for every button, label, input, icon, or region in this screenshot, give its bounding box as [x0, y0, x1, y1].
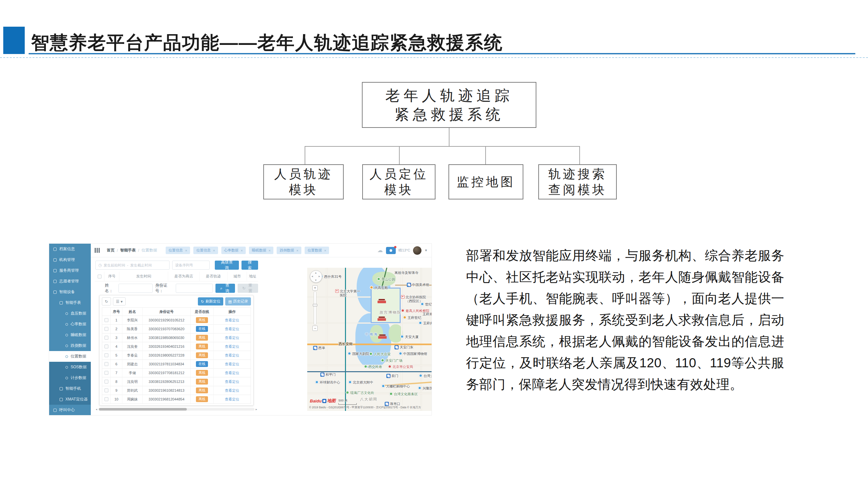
sidebar-item[interactable]: 血压数据	[49, 308, 91, 319]
zoom-track[interactable]	[314, 291, 316, 325]
view-location-link[interactable]: 查看定位	[225, 344, 239, 349]
view-location-link[interactable]: 查看定位	[225, 388, 239, 393]
view-location-link[interactable]: 查看定位	[225, 335, 239, 340]
select-all-checkbox[interactable]	[102, 308, 111, 316]
breadcrumb-home[interactable]: 首页	[107, 248, 115, 253]
name-input[interactable]	[119, 284, 153, 293]
view-location-link[interactable]: 查看定位	[225, 353, 239, 358]
tab-close-icon[interactable]: ×	[241, 249, 243, 253]
pan-down-icon[interactable]: ▾	[315, 279, 317, 282]
sidebar-item[interactable]: 位置数据	[49, 351, 91, 362]
map-poi-icon	[346, 391, 349, 394]
view-location-link[interactable]: 查看定位	[225, 327, 239, 331]
scrollbar-track[interactable]	[98, 408, 255, 411]
org-chart-root-box: 老年人轨迹追踪 紧急救援系统	[362, 82, 536, 128]
tab-跌倒数据[interactable]: 跌倒数据×	[277, 247, 301, 254]
zoom-in-button[interactable]: +	[312, 285, 318, 291]
date-end-placeholder: 发生截止时间	[130, 263, 152, 268]
date-range-input[interactable]: ◷ 发生起始时间 - 发生截止时间	[95, 261, 169, 270]
row-checkbox[interactable]	[104, 318, 108, 322]
map-poi-label: 八大胡同	[360, 397, 377, 401]
row-checkbox[interactable]	[104, 380, 108, 384]
scrollbar-thumb[interactable]	[99, 408, 187, 411]
query-button[interactable]: ⌕ 查询	[215, 284, 235, 293]
sidebar-item[interactable]: 服务商管理	[49, 265, 91, 276]
sidebar-item[interactable]: XMAT定位器	[49, 394, 91, 405]
collapse-menu-icon[interactable]	[95, 248, 100, 253]
notification-button[interactable]	[386, 247, 396, 254]
metro-station-icon: 地	[386, 374, 391, 378]
sidebar-item[interactable]: SOS数据	[49, 362, 91, 372]
chevron-down-icon[interactable]: ▼	[425, 249, 428, 252]
tab-位置信息[interactable]: 位置信息×	[193, 247, 218, 254]
scroll-left-icon[interactable]: ◂	[96, 408, 97, 411]
refresh-icon-button[interactable]: ↻	[102, 297, 111, 305]
zoom-out-button[interactable]: −	[312, 326, 318, 331]
map-zoom-slider[interactable]: + −	[312, 285, 318, 331]
sidebar-item[interactable]: 呼叫中心	[49, 405, 91, 416]
sidebar-item-icon	[65, 323, 68, 326]
tab-close-icon[interactable]: ×	[269, 249, 271, 253]
row-checkbox[interactable]	[104, 371, 108, 375]
sidebar-item[interactable]: 跌倒数据	[49, 340, 91, 351]
row-checkbox[interactable]	[104, 353, 108, 357]
columns-dropdown-button[interactable]: ☰ ▾	[113, 297, 126, 305]
row-checkbox[interactable]	[104, 336, 108, 340]
tab-位置数据[interactable]: 位置数据×	[305, 247, 329, 254]
sidebar-item[interactable]: 机构管理	[49, 254, 91, 265]
tab-close-icon[interactable]: ×	[324, 249, 326, 253]
date-start-placeholder: 发生起始时间	[103, 263, 125, 268]
sidebar-item[interactable]: 志愿者管理	[49, 276, 91, 287]
tab-位置信息[interactable]: 位置信息×	[166, 247, 190, 254]
horizontal-scrollbar[interactable]: ◂ ▸	[95, 408, 258, 411]
scroll-right-icon[interactable]: ▸	[255, 408, 257, 411]
history-button[interactable]: ▤ 历史记录	[225, 297, 251, 305]
tab-心率数据[interactable]: 心率数据×	[221, 247, 246, 254]
search-button[interactable]: 搜索	[242, 261, 258, 270]
status-badge: 离线	[196, 352, 208, 358]
cell-name: 周婉妹	[122, 395, 143, 403]
map-poi-label: 中国国家博物馆	[399, 352, 427, 356]
pan-up-icon[interactable]: ▴	[315, 271, 317, 274]
avatar[interactable]	[413, 246, 422, 255]
id-input[interactable]	[176, 284, 213, 293]
row-checkbox[interactable]	[104, 327, 108, 331]
select-all-checkbox[interactable]	[95, 272, 104, 282]
refresh-positions-button[interactable]: ↻ 刷新定位	[198, 297, 223, 305]
row-checkbox[interactable]	[104, 388, 108, 392]
reset-button[interactable]: ↻ 重置	[238, 284, 258, 293]
pan-right-icon[interactable]: ▸	[319, 274, 320, 278]
sidebar-item[interactable]: 智能设备	[49, 287, 91, 297]
sidebar-item[interactable]: 档案信息	[49, 244, 91, 254]
sidebar-item[interactable]: 睡眠数据	[49, 330, 91, 340]
sidebar-item[interactable]: 计步数据	[49, 372, 91, 383]
sidebar-item[interactable]: 智能手机	[49, 383, 91, 394]
tab-close-icon[interactable]: ×	[185, 249, 187, 253]
row-checkbox[interactable]	[104, 397, 108, 401]
tab-睡眠数据[interactable]: 睡眠数据×	[249, 247, 273, 254]
view-location-link[interactable]: 查看定位	[225, 318, 239, 323]
map-poi-label: 中南海	[365, 332, 378, 336]
map-poi-text: 天安大厦	[405, 335, 418, 339]
baidu-paw-icon	[322, 399, 327, 403]
advanced-query-button[interactable]: 高级查询	[215, 261, 239, 270]
map-compass-control[interactable]: ▴ ▾ ◂ ▸	[310, 270, 322, 283]
view-location-link[interactable]: 查看定位	[225, 370, 239, 376]
view-location-link[interactable]: 查看定位	[225, 397, 239, 402]
device-serial-input[interactable]: 设备序列号	[172, 261, 209, 270]
map-canvas[interactable]: ▴ ▾ ◂ ▸ + − ↻ Baidu 地图 500 米 © 2019 Baid…	[307, 268, 432, 411]
tab-close-icon[interactable]: ×	[296, 249, 298, 253]
row-checkbox[interactable]	[104, 362, 108, 366]
map-poi-label: 嵩祝寺及智珠寺	[395, 271, 418, 274]
zoom-handle[interactable]	[313, 304, 317, 306]
breadcrumb-parent[interactable]: 智能手表	[120, 248, 136, 253]
sidebar-item[interactable]: 心率数据	[49, 319, 91, 330]
tab-close-icon[interactable]: ×	[213, 249, 215, 253]
sidebar-item-icon	[60, 387, 63, 390]
view-location-link[interactable]: 查看定位	[225, 379, 239, 384]
view-location-link[interactable]: 查看定位	[225, 362, 239, 367]
row-checkbox[interactable]	[104, 345, 108, 349]
sidebar-item[interactable]: 智能手表	[49, 297, 91, 308]
people-table: 序号姓名身份证号是否在线操作 1李阳兴330302192903105212离线查…	[102, 307, 251, 404]
pan-left-icon[interactable]: ◂	[311, 274, 313, 278]
